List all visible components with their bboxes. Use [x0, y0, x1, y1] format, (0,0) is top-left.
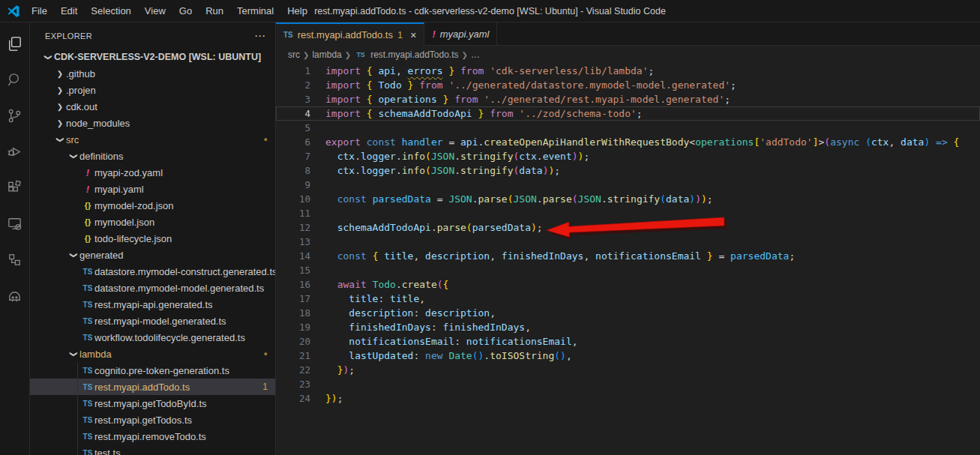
- source-control-icon[interactable]: [0, 99, 30, 132]
- menu-run[interactable]: Run: [199, 0, 230, 22]
- tree-item-myapi-yaml[interactable]: !myapi.yaml: [30, 181, 275, 197]
- tree-item-cdk-serverless-v2-demo-wsl-ubuntu-[interactable]: CDK-SERVERLESS-V2-DEMO [WSL: UBUNTU]: [30, 49, 275, 65]
- tree-item--projen[interactable]: .projen: [30, 82, 275, 98]
- menu-help[interactable]: Help: [280, 0, 314, 22]
- breadcrumb-item[interactable]: …: [471, 49, 480, 60]
- code-line-20[interactable]: 20 notificationsEmail: notificationsEmai…: [276, 334, 980, 349]
- references-icon[interactable]: [0, 243, 30, 276]
- breadcrumb-item[interactable]: lambda: [312, 49, 341, 60]
- tree-item-mymodel-zod-json[interactable]: {}mymodel-zod.json: [30, 197, 275, 214]
- search-icon[interactable]: [0, 63, 30, 96]
- code-line-9[interactable]: 9: [276, 178, 980, 192]
- vscode-window: FileEditSelectionViewGoRunTerminalHelp r…: [0, 0, 980, 455]
- line-number: 10: [276, 192, 310, 206]
- code-text: [310, 235, 325, 249]
- code-line-13[interactable]: 13: [276, 235, 980, 249]
- menu-go[interactable]: Go: [172, 0, 199, 22]
- tree-item-label: myapi.yaml: [94, 184, 144, 195]
- code-line-15[interactable]: 15: [276, 263, 980, 277]
- tree-item-node-modules[interactable]: node_modules: [30, 115, 275, 131]
- code-line-11[interactable]: 11: [276, 206, 980, 220]
- tree-item-rest-myapi-api-generated-ts[interactable]: TSrest.myapi-api.generated.ts: [30, 296, 275, 313]
- tree-item-mymodel-json[interactable]: {}mymodel.json: [30, 214, 275, 230]
- code-line-17[interactable]: 17 title: title,: [276, 292, 980, 306]
- tree-item-rest-myapi-removetodo-ts[interactable]: TSrest.myapi.removeTodo.ts: [30, 428, 275, 445]
- code-line-18[interactable]: 18 description: description,: [276, 306, 980, 320]
- explorer-icon[interactable]: [0, 27, 30, 60]
- ts-file-icon: TS: [81, 367, 94, 375]
- line-number: 13: [276, 235, 310, 249]
- line-number: 6: [276, 135, 310, 149]
- code-line-14[interactable]: 14 const { title, description, finishedI…: [276, 249, 980, 263]
- tree-item-datastore-mymodel-construct-generated-ts[interactable]: TSdatastore.mymodel-construct.generated.…: [30, 263, 275, 280]
- chevron-right-icon: [54, 119, 66, 127]
- ts-file-icon: TS: [354, 51, 367, 58]
- code-line-8[interactable]: 8 ctx.logger.info(JSON.stringify(data));: [276, 163, 980, 178]
- line-number: 20: [276, 334, 310, 349]
- tree-item-label: cdk.out: [66, 101, 97, 112]
- code-editor[interactable]: 1import { api, errors } from 'cdk-server…: [276, 64, 980, 455]
- code-line-22[interactable]: 22 });: [276, 363, 980, 377]
- tree-item-workflow-todolifecycle-generated-ts[interactable]: TSworkflow.todolifecycle.generated.ts: [30, 329, 275, 346]
- code-line-12[interactable]: 12 schemaAddTodoApi.parse(parsedData);: [276, 220, 980, 235]
- code-line-1[interactable]: 1import { api, errors } from 'cdk-server…: [276, 64, 980, 78]
- tree-item-myapi-zod-yaml[interactable]: !myapi-zod.yaml: [30, 164, 275, 181]
- ts-file-icon: TS: [81, 317, 94, 325]
- tree-item-src[interactable]: src●: [30, 131, 275, 148]
- code-line-16[interactable]: 16 await Todo.create({: [276, 277, 980, 292]
- code-line-7[interactable]: 7 ctx.logger.info(JSON.stringify(ctx.eve…: [276, 149, 980, 163]
- code-line-23[interactable]: 23: [276, 377, 980, 391]
- code-line-4[interactable]: 4import { schemaAddTodoApi } from '../zo…: [276, 106, 980, 121]
- code-line-10[interactable]: 10 const parsedData = JSON.parse(JSON.pa…: [276, 192, 980, 206]
- line-number: 9: [276, 178, 310, 192]
- tree-item-generated[interactable]: generated: [30, 247, 275, 263]
- menu-terminal[interactable]: Terminal: [230, 0, 280, 22]
- tree-item-label: todo-lifecycle.json: [94, 233, 172, 244]
- json-file-icon: {}: [81, 234, 94, 243]
- code-text: [310, 178, 325, 192]
- code-line-3[interactable]: 3import { operations } from '../generate…: [276, 92, 980, 106]
- tree-item-todo-lifecycle-json[interactable]: {}todo-lifecycle.json: [30, 230, 275, 247]
- tree-item-rest-myapi-gettodos-ts[interactable]: TSrest.myapi.getTodos.ts: [30, 412, 275, 428]
- breadcrumb-item[interactable]: rest.myapi.addTodo.ts: [370, 49, 458, 60]
- ts-file-icon: TS: [283, 31, 293, 39]
- run-debug-icon[interactable]: [0, 135, 30, 168]
- assistant-icon[interactable]: [0, 279, 30, 312]
- code-text: await Todo.create({: [310, 277, 448, 292]
- menu-view[interactable]: View: [138, 0, 172, 22]
- tree-item-label: rest.myapi.addTodo.ts: [94, 382, 190, 393]
- code-line-6[interactable]: 6export const handler = api.createOpenAp…: [276, 135, 980, 149]
- code-line-2[interactable]: 2import { Todo } from '../generated/data…: [276, 78, 980, 92]
- code-line-5[interactable]: 5: [276, 121, 980, 135]
- remote-explorer-icon[interactable]: [0, 207, 30, 240]
- tree-item-rest-myapi-addtodo-ts[interactable]: TSrest.myapi.addTodo.ts1: [30, 379, 275, 395]
- line-number: 21: [276, 349, 310, 363]
- tab-rest-myapi-addtodo-ts[interactable]: TSrest.myapi.addTodo.ts1×: [276, 22, 424, 46]
- tree-item-cdk-out[interactable]: cdk.out: [30, 98, 275, 115]
- chevron-right-icon: [54, 103, 66, 111]
- code-text: [310, 263, 325, 277]
- tree-item-lambda[interactable]: lambda●: [30, 346, 275, 362]
- code-line-24[interactable]: 24});: [276, 391, 980, 406]
- tree-item-datastore-mymodel-model-generated-ts[interactable]: TSdatastore.mymodel-model.generated.ts: [30, 280, 275, 296]
- extensions-icon[interactable]: [0, 171, 30, 204]
- code-line-21[interactable]: 21 lastUpdated: new Date().toISOString()…: [276, 349, 980, 363]
- chevron-down-icon: [67, 152, 79, 160]
- tree-item-rest-myapi-model-generated-ts[interactable]: TSrest.myapi-model.generated.ts: [30, 313, 275, 329]
- breadcrumb-item[interactable]: src: [288, 49, 300, 60]
- menu-file[interactable]: File: [25, 0, 54, 22]
- explorer-actions-button[interactable]: ⋯: [254, 29, 266, 43]
- close-icon[interactable]: ×: [410, 29, 416, 41]
- tree-item-rest-myapi-gettodobyid-ts[interactable]: TSrest.myapi.getTodoById.ts: [30, 395, 275, 412]
- code-line-19[interactable]: 19 finishedInDays: finishedInDays,: [276, 320, 980, 334]
- menu-edit[interactable]: Edit: [54, 0, 84, 22]
- tree-item-test-ts[interactable]: TStest.ts: [30, 445, 275, 455]
- tree-item-cognito-pre-token-generation-ts[interactable]: TScognito.pre-token-generation.ts: [30, 362, 275, 379]
- code-text: });: [310, 391, 343, 406]
- code-text: import { operations } from '../generated…: [310, 92, 730, 106]
- tree-item-definitions[interactable]: definitions: [30, 148, 275, 164]
- tab-modified-count: 1: [397, 29, 403, 40]
- menu-selection[interactable]: Selection: [84, 0, 137, 22]
- tab-myapi-yaml[interactable]: !myapi.yaml: [424, 22, 497, 45]
- tree-item--github[interactable]: .github: [30, 65, 275, 82]
